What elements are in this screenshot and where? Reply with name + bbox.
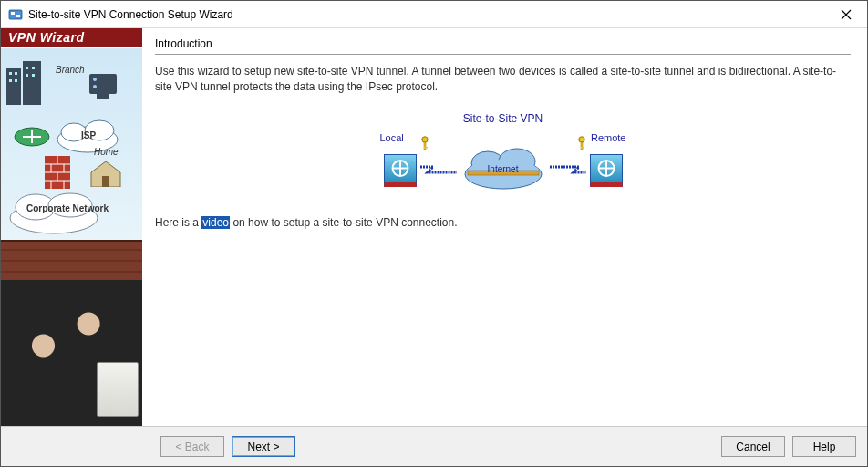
section-heading: Introduction [155,37,851,55]
svg-rect-33 [581,147,584,149]
svg-rect-14 [97,94,109,99]
tunnel-line-icon [420,163,457,176]
intro-text: Use this wizard to setup new site-to-sit… [155,64,851,96]
svg-rect-29 [424,142,426,150]
app-icon [8,7,23,22]
label-branch: Branch [56,65,85,75]
video-link[interactable]: video [202,216,230,229]
svg-rect-13 [89,74,117,94]
wizard-footer: < Back Next > Cancel Help [1,426,867,466]
svg-rect-6 [15,72,17,75]
router-icon [14,127,50,147]
svg-point-16 [93,85,97,88]
svg-rect-32 [581,142,583,150]
svg-point-28 [421,137,427,142]
video-prefix: Here is a [155,216,202,229]
diagram-internet-label: Internet [488,164,519,174]
local-device-icon [384,154,417,187]
building-icon [6,61,41,105]
svg-point-15 [93,78,97,81]
sidebar-monitor [97,362,139,417]
label-home: Home [94,147,119,157]
main-panel: Introduction Use this wizard to setup ne… [142,28,867,426]
video-help-line: Here is a video on how to setup a site-t… [155,216,851,229]
diagram-title: Site-to-Site VPN [380,112,626,125]
diagram-local-label: Local [380,132,404,143]
video-suffix: on how to setup a site-to-site VPN conne… [230,216,457,229]
svg-rect-5 [9,72,12,75]
label-isp: ISP [81,130,96,140]
wizard-window: Site-to-site VPN Connection Setup Wizard… [0,0,868,467]
wizard-body: VPN Wizard Branch ISP [1,28,867,426]
server-icon [88,74,119,101]
close-icon [841,9,852,20]
titlebar: Site-to-site VPN Connection Setup Wizard [1,1,867,28]
diagram-remote-label: Remote [591,132,626,143]
corporate-cloud-icon [8,192,99,234]
sidebar-illustration: Branch ISP [1,48,142,240]
next-button[interactable]: Next > [232,436,295,457]
close-button[interactable] [825,1,867,27]
svg-rect-10 [32,67,35,69]
vpn-diagram: Site-to-Site VPN Local Remote [380,112,626,194]
tunnel-line-icon [550,163,586,176]
remote-device-icon [590,154,623,187]
svg-point-31 [578,137,584,142]
svg-rect-1 [11,12,15,15]
label-corporate: Corporate Network [26,203,108,213]
cancel-button[interactable]: Cancel [721,436,785,457]
svg-rect-2 [16,15,20,17]
svg-rect-8 [15,79,17,82]
help-button[interactable]: Help [792,436,856,457]
firewall-icon [45,156,70,189]
svg-rect-7 [9,79,12,82]
svg-rect-12 [32,74,35,77]
svg-rect-3 [6,68,21,105]
key-icon [577,136,586,150]
window-title: Site-to-site VPN Connection Setup Wizard [28,8,825,21]
svg-rect-30 [424,147,428,149]
sidebar: VPN Wizard Branch ISP [1,28,142,426]
back-button: < Back [160,436,224,457]
svg-rect-22 [102,176,109,187]
svg-rect-11 [26,74,28,77]
home-icon [89,161,122,187]
sidebar-banner: VPN Wizard [1,28,142,48]
svg-rect-9 [26,67,28,69]
key-icon [420,136,429,150]
